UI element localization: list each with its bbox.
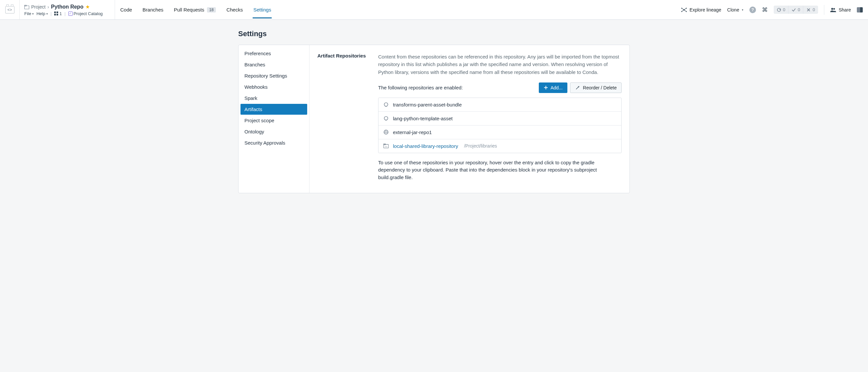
explore-lineage-label: Explore lineage	[690, 7, 721, 12]
tab-settings[interactable]: Settings	[253, 1, 272, 19]
file-menu[interactable]: File ▾	[24, 11, 34, 16]
separator: |	[64, 11, 65, 16]
panel-toggle-icon[interactable]	[857, 7, 863, 12]
caret-down-icon: ▾	[46, 12, 48, 16]
repo-row[interactable]: <>local-shared-library-repository/Projec…	[378, 140, 621, 153]
grid-icon	[54, 11, 59, 16]
svg-rect-5	[57, 14, 58, 16]
tabs: Code Branches Pull Requests 18 Checks Se…	[115, 0, 276, 20]
reorder-button-label: Reorder / Delete	[583, 85, 617, 90]
svg-point-15	[831, 8, 833, 10]
section-heading: Artifact Repositories	[317, 53, 372, 181]
svg-line-13	[684, 8, 686, 10]
status-group: 0 0 0	[774, 6, 818, 14]
repo-row[interactable]: transforms-parent-asset-bundle	[378, 98, 621, 112]
branch-count[interactable]: 1	[54, 11, 62, 16]
code-folder-icon: <>	[383, 144, 389, 148]
reorder-delete-button[interactable]: Reorder / Delete	[570, 83, 622, 93]
caret-down-icon: ▾	[742, 8, 743, 11]
settings-content: Artifact Repositories Content from these…	[309, 45, 629, 193]
sidebar-item-branches[interactable]: Branches	[241, 59, 307, 70]
chevron-right-icon: ›	[48, 4, 49, 9]
svg-line-11	[682, 8, 684, 10]
svg-point-19	[384, 117, 388, 120]
divider	[824, 5, 824, 15]
sidebar-item-project-scope[interactable]: Project scope	[241, 115, 307, 126]
tab-pull-requests[interactable]: Pull Requests 18	[173, 1, 217, 19]
keyboard-shortcuts-icon[interactable]: ⌘	[762, 6, 768, 13]
page-body: Settings PreferencesBranchesRepository S…	[230, 20, 638, 203]
help-menu-label: Help	[36, 11, 45, 16]
star-icon[interactable]: ★	[86, 4, 90, 10]
status-sync[interactable]: 0	[774, 6, 788, 14]
repo-row[interactable]: lang-python-template-asset	[378, 112, 621, 126]
file-menu-label: File	[24, 11, 31, 16]
share-button[interactable]: Share	[830, 7, 851, 12]
globe-icon	[383, 129, 389, 135]
repo-path: /Project/libraries	[464, 143, 497, 149]
status-fail[interactable]: 0	[803, 6, 818, 14]
folder-icon	[24, 5, 29, 9]
svg-text:<>: <>	[385, 145, 388, 148]
breadcrumb-parent[interactable]: Project	[31, 4, 46, 9]
code-icon: <>	[5, 6, 14, 13]
caret-down-icon: ▾	[32, 12, 34, 16]
svg-rect-3	[57, 11, 58, 13]
status-fail-count: 0	[812, 7, 815, 12]
section-body: Content from these repositories can be r…	[378, 53, 622, 181]
action-row: The following repositories are enabled: …	[378, 83, 622, 93]
bundle-icon	[383, 102, 389, 107]
status-pass[interactable]: 0	[788, 6, 803, 14]
svg-rect-2	[54, 11, 56, 13]
project-catalog[interactable]: ✓ Project Catalog	[68, 11, 103, 16]
clone-button[interactable]: Clone ▾	[727, 7, 743, 12]
enabled-repos-text: The following repositories are enabled:	[378, 85, 463, 90]
settings-card: PreferencesBranchesRepository SettingsWe…	[238, 45, 630, 193]
tab-code[interactable]: Code	[120, 1, 133, 19]
sidebar-item-repository-settings[interactable]: Repository Settings	[241, 70, 307, 81]
sidebar-item-preferences[interactable]: Preferences	[241, 48, 307, 59]
top-bar: <> Project › Python Repo ★ File ▾ Help ▾…	[0, 0, 868, 20]
breadcrumb-repo-name[interactable]: Python Repo	[51, 4, 84, 10]
repo-row[interactable]: external-jar-repo1	[378, 126, 621, 140]
bundle-icon	[383, 116, 389, 121]
sidebar-item-artifacts[interactable]: Artifacts	[241, 104, 307, 115]
pr-count-badge: 18	[207, 7, 216, 12]
add-button-label: Add...	[551, 85, 563, 90]
status-sync-count: 0	[783, 7, 785, 12]
plus-icon	[544, 86, 548, 90]
spacer	[276, 0, 681, 20]
project-catalog-label: Project Catalog	[73, 11, 103, 16]
tab-pull-requests-label: Pull Requests	[174, 7, 204, 12]
repo-list: transforms-parent-asset-bundlelang-pytho…	[378, 98, 622, 153]
help-icon[interactable]: ?	[749, 7, 756, 13]
sidebar-item-webhooks[interactable]: Webhooks	[241, 82, 307, 92]
sidebar-item-spark[interactable]: Spark	[241, 93, 307, 103]
right-toolbar: Explore lineage Clone ▾ ? ⌘ 0 0	[681, 0, 868, 20]
svg-rect-4	[54, 14, 56, 16]
button-row: Add... Reorder / Delete	[539, 83, 622, 93]
settings-side-nav: PreferencesBranchesRepository SettingsWe…	[239, 45, 309, 193]
sync-icon	[777, 7, 781, 12]
help-menu[interactable]: Help ▾	[36, 11, 48, 16]
svg-line-14	[684, 10, 686, 11]
sidebar-item-ontology[interactable]: Ontology	[241, 126, 307, 137]
tab-checks[interactable]: Checks	[226, 1, 243, 19]
sidebar-item-security-approvals[interactable]: Security Approvals	[241, 137, 307, 148]
menu-row: File ▾ Help ▾ | 1 | ✓ Project Catalog	[24, 11, 110, 16]
section-description: Content from these repositories can be r…	[378, 53, 622, 76]
svg-point-17	[384, 103, 388, 106]
repo-name: transforms-parent-asset-bundle	[393, 102, 462, 107]
add-button[interactable]: Add...	[539, 83, 568, 93]
explore-lineage-button[interactable]: Explore lineage	[681, 7, 721, 12]
branch-count-value: 1	[59, 11, 62, 16]
svg-rect-20	[385, 120, 387, 121]
tab-branches[interactable]: Branches	[142, 1, 164, 19]
breadcrumb-section: Project › Python Repo ★ File ▾ Help ▾ | …	[20, 0, 115, 20]
share-label: Share	[839, 7, 851, 12]
repo-name: external-jar-repo1	[393, 129, 432, 135]
wrench-icon	[575, 85, 580, 90]
page-title: Settings	[238, 30, 630, 38]
section-footer: To use one of these repositories in your…	[378, 159, 622, 181]
check-icon	[792, 7, 796, 12]
